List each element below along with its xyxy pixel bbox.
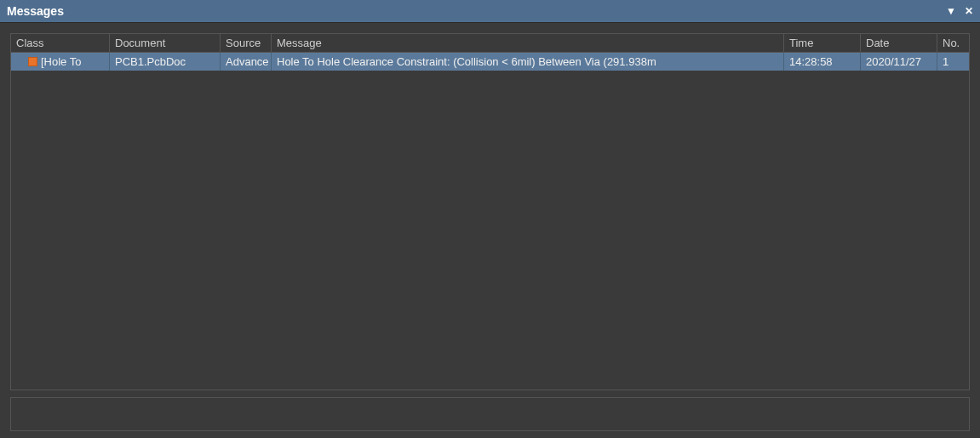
- column-header-document[interactable]: Document: [110, 34, 221, 52]
- cell-no: 1: [937, 53, 969, 71]
- column-header-no[interactable]: No.: [937, 34, 969, 52]
- column-header-class[interactable]: Class: [11, 34, 110, 52]
- cell-document: PCB1.PcbDoc: [110, 53, 221, 71]
- titlebar-controls: ▼ ✕: [946, 5, 973, 17]
- panel-title: Messages: [7, 4, 64, 18]
- column-header-source[interactable]: Source: [221, 34, 272, 52]
- messages-panel: Messages ▼ ✕ Class Document Source Messa…: [0, 0, 980, 438]
- close-icon[interactable]: ✕: [965, 5, 973, 17]
- warning-icon: [28, 57, 37, 66]
- cell-class-text: [Hole To: [41, 55, 81, 68]
- table-body[interactable]: [Hole To PCB1.PcbDoc Advance Hole To Hol…: [11, 53, 969, 390]
- dropdown-icon[interactable]: ▼: [946, 5, 956, 17]
- table-header: Class Document Source Message Time Date …: [11, 34, 969, 53]
- content-area: Class Document Source Message Time Date …: [0, 23, 980, 438]
- panel-titlebar[interactable]: Messages ▼ ✕: [0, 0, 980, 23]
- table-row[interactable]: [Hole To PCB1.PcbDoc Advance Hole To Hol…: [11, 53, 969, 71]
- cell-date: 2020/11/27: [861, 53, 937, 71]
- cell-source: Advance: [221, 53, 272, 71]
- column-header-time[interactable]: Time: [784, 34, 861, 52]
- column-header-date[interactable]: Date: [861, 34, 937, 52]
- cell-time: 14:28:58: [784, 53, 861, 71]
- cell-message: Hole To Hole Clearance Constraint: (Coll…: [272, 53, 784, 71]
- column-header-message[interactable]: Message: [272, 34, 784, 52]
- messages-table: Class Document Source Message Time Date …: [10, 33, 970, 390]
- cell-class: [Hole To: [11, 53, 110, 71]
- details-pane[interactable]: [10, 397, 970, 431]
